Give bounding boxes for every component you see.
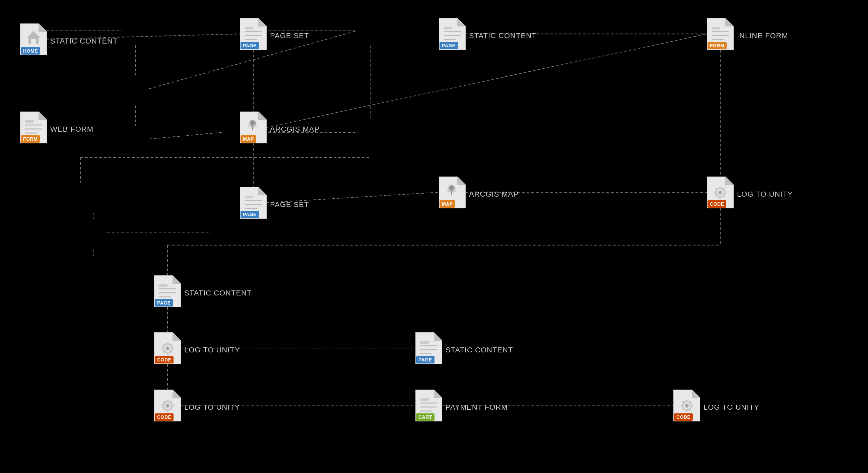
doc-icon-form1: FORM [707, 18, 734, 50]
badge-home: HOME [21, 47, 40, 55]
label-map1: ARCGIS MAP [270, 125, 319, 134]
label-page5: STATIC CONTENT [445, 346, 513, 354]
label-page1: PAGE SET [270, 31, 309, 40]
doc-icon-form2: FORM [20, 112, 47, 144]
badge-page4: PAGE [155, 299, 173, 307]
svg-rect-41 [245, 27, 253, 30]
svg-rect-115 [421, 341, 429, 344]
badge-code4: CODE [674, 413, 693, 421]
node-code2: CODE LOG TO UNITY [154, 332, 240, 364]
svg-rect-83 [719, 187, 721, 189]
node-page1: PAGE PAGE SET [240, 18, 309, 50]
node-form2: FORM WEB FORM [20, 112, 93, 144]
doc-icon-page2: PAGE [439, 18, 466, 50]
svg-rect-47 [444, 27, 452, 30]
svg-point-120 [165, 404, 169, 408]
svg-marker-136 [692, 389, 700, 398]
svg-marker-55 [38, 112, 47, 120]
svg-point-64 [251, 121, 254, 125]
label-cart1: PAYMENT FORM [445, 403, 508, 412]
badge-code3: CODE [155, 413, 174, 421]
svg-rect-105 [171, 347, 174, 349]
node-code1: CODE LOG TO UNITY [707, 177, 793, 208]
svg-rect-143 [690, 405, 693, 407]
doc-icon-code3: CODE [154, 389, 181, 421]
node-code4: CODE LOG TO UNITY [673, 389, 759, 421]
badge-code1: CODE [708, 200, 726, 208]
svg-rect-142 [681, 405, 683, 407]
svg-point-82 [718, 191, 722, 195]
doc-icon-map2: MAP [439, 177, 466, 208]
svg-rect-103 [166, 353, 168, 355]
svg-marker-98 [173, 332, 181, 341]
doc-icon-code1: CODE [707, 177, 734, 208]
node-map2: MAP ARCGIS MAP [439, 177, 519, 208]
badge-map2: MAP [439, 200, 455, 208]
svg-marker-49 [725, 18, 734, 27]
svg-rect-104 [161, 347, 164, 349]
label-form2: WEB FORM [50, 125, 93, 134]
node-form1: FORM INLINE FORM [707, 18, 788, 50]
node-home: HOME STATIC CONTENT [20, 24, 118, 55]
node-page3: PAGE PAGE SET [240, 187, 309, 219]
doc-icon-map1: MAP [240, 112, 267, 144]
node-page2: PAGE STATIC CONTENT [439, 18, 536, 50]
svg-rect-85 [714, 192, 717, 194]
badge-code2: CODE [155, 356, 174, 364]
svg-rect-96 [159, 284, 167, 287]
svg-marker-33 [38, 24, 47, 32]
label-code4: LOG TO UNITY [704, 403, 759, 412]
svg-rect-59 [25, 120, 33, 123]
badge-form1: FORM [708, 42, 726, 49]
label-home: STATIC CONTENT [50, 37, 118, 45]
label-page3: PAGE SET [270, 200, 309, 209]
doc-icon-page3: PAGE [240, 187, 267, 219]
svg-marker-67 [258, 187, 267, 195]
svg-rect-134 [421, 398, 429, 401]
badge-page1: PAGE [241, 42, 259, 49]
node-map1: MAP ARCGIS MAP [240, 112, 319, 144]
svg-marker-73 [457, 177, 466, 185]
label-code3: LOG TO UNITY [184, 403, 240, 412]
svg-rect-102 [166, 342, 168, 345]
svg-rect-53 [712, 27, 720, 30]
badge-page3: PAGE [241, 211, 259, 218]
svg-rect-141 [686, 410, 688, 412]
label-page4: STATIC CONTENT [184, 289, 252, 297]
svg-rect-122 [166, 410, 168, 412]
svg-marker-61 [258, 112, 267, 120]
svg-point-139 [685, 404, 689, 408]
label-code1: LOG TO UNITY [737, 190, 793, 199]
doc-icon-code2: CODE [154, 332, 181, 364]
svg-rect-71 [245, 196, 253, 198]
svg-rect-123 [161, 405, 164, 407]
svg-marker-92 [173, 275, 181, 284]
svg-rect-84 [719, 197, 721, 199]
svg-marker-130 [434, 389, 442, 398]
svg-line-5 [149, 132, 223, 139]
doc-icon-page5: PAGE [415, 332, 442, 364]
svg-rect-121 [166, 400, 168, 402]
badge-map1: MAP [241, 135, 256, 143]
label-code2: LOG TO UNITY [184, 346, 240, 354]
badge-page2: PAGE [439, 42, 458, 49]
svg-rect-124 [171, 405, 174, 407]
badge-page5: PAGE [416, 356, 434, 364]
doc-icon-code4: CODE [673, 389, 700, 421]
badge-cart1: CART [416, 413, 434, 421]
doc-icon-page4: PAGE [154, 275, 181, 307]
svg-point-101 [165, 346, 169, 350]
label-map2: ARCGIS MAP [469, 190, 519, 199]
badge-form2: FORM [21, 135, 40, 143]
svg-rect-140 [686, 400, 688, 402]
node-page5: PAGE STATIC CONTENT [415, 332, 513, 364]
svg-marker-43 [457, 18, 466, 27]
doc-icon-page1: PAGE [240, 18, 267, 50]
svg-rect-35 [31, 39, 36, 44]
label-form1: INLINE FORM [737, 31, 788, 40]
label-page2: STATIC CONTENT [469, 31, 536, 40]
svg-marker-117 [173, 389, 181, 398]
node-page4: PAGE STATIC CONTENT [154, 275, 252, 307]
svg-marker-37 [258, 18, 267, 27]
svg-rect-86 [724, 192, 726, 194]
